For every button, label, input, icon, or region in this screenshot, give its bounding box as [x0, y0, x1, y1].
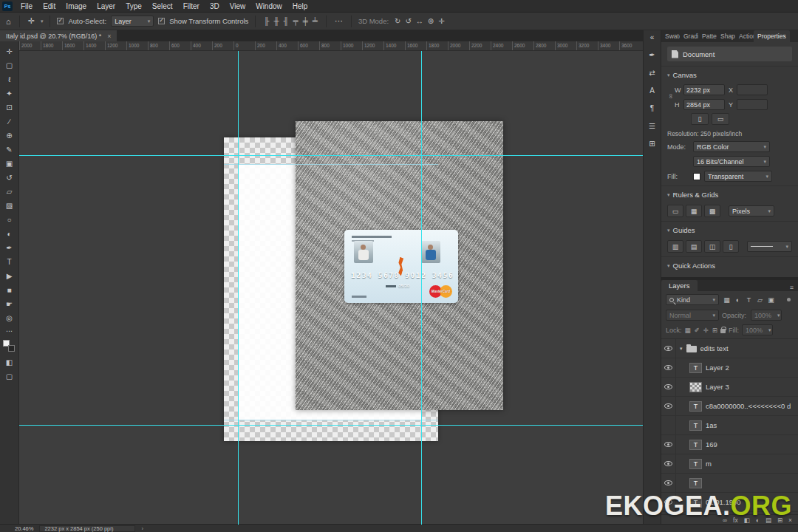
screen-mode-icon[interactable]: ▢ — [1, 369, 18, 383]
align-top-icon[interactable]: ╤ — [292, 17, 300, 25]
more-options-icon[interactable]: ⋯ — [333, 16, 344, 26]
libraries-panel-icon[interactable]: ⊞ — [649, 140, 655, 148]
visibility-cell[interactable] — [661, 378, 676, 396]
layer-row[interactable]: c8a0000000..<<<<<<<<0 d — [661, 397, 798, 416]
visibility-cell[interactable] — [661, 435, 676, 454]
marquee-tool[interactable]: ▢ — [1, 58, 18, 72]
auto-select-checkbox[interactable] — [57, 18, 64, 24]
visibility-cell[interactable] — [661, 416, 676, 434]
spot-healing-tool[interactable]: ⊕ — [1, 129, 18, 143]
color-mode-dropdown[interactable]: RGB Color — [693, 141, 770, 152]
glyphs-panel-icon[interactable]: ☰ — [649, 122, 655, 130]
panel-tab[interactable]: Shapes — [717, 30, 735, 42]
layer-row[interactable]: Layer 2 — [661, 358, 798, 378]
eye-icon[interactable] — [664, 403, 672, 409]
layer-thumbnail[interactable] — [689, 420, 702, 431]
menu-item[interactable]: View — [225, 0, 251, 13]
align-bottom-icon[interactable]: ╧ — [311, 17, 319, 25]
panel-tab[interactable]: Patterns — [698, 30, 717, 42]
eye-icon[interactable] — [664, 442, 672, 447]
layer-name[interactable]: c8a0000000..<<<<<<<<0 d — [706, 402, 791, 410]
menu-item[interactable]: 3D — [205, 0, 225, 13]
type-tool[interactable]: T — [1, 255, 18, 269]
document-tab[interactable]: Italy id.psd @ 20.7% (RGB/16) * × — [0, 30, 117, 41]
layer-thumbnail[interactable] — [689, 382, 702, 392]
x-field[interactable] — [737, 84, 768, 95]
clone-stamp-tool[interactable]: ▣ — [1, 157, 18, 171]
top-ruler[interactable]: 2000180016001400120010008006004002000200… — [19, 41, 643, 51]
roll-3d-icon[interactable]: ↺ — [403, 17, 412, 25]
layer-name[interactable]: 1as — [706, 421, 717, 429]
layer-name[interactable]: 169 — [706, 440, 717, 449]
panel-tab[interactable]: Swatches — [661, 30, 680, 42]
background-color-swatch[interactable] — [8, 345, 15, 352]
menu-item[interactable]: Window — [250, 0, 287, 13]
grid-icon[interactable]: ▦ — [686, 205, 702, 217]
home-icon[interactable]: ⌂ — [4, 17, 13, 26]
gradient-tool[interactable]: ▨ — [1, 199, 18, 213]
blur-tool[interactable]: ○ — [1, 213, 18, 227]
scale-3d-icon[interactable]: ✛ — [437, 17, 446, 25]
canvas-section-header[interactable]: Canvas — [661, 66, 798, 81]
menu-item[interactable]: Filter — [178, 0, 205, 13]
layer-thumbnail[interactable] — [689, 363, 702, 373]
landscape-orientation-icon[interactable]: ▭ — [712, 113, 729, 125]
visibility-cell[interactable] — [661, 397, 676, 415]
brush-tool[interactable]: ✎ — [1, 143, 18, 157]
orbit-3d-icon[interactable]: ↻ — [393, 17, 402, 25]
inner-guide-bottom[interactable] — [224, 420, 438, 420]
eye-icon[interactable] — [664, 384, 672, 389]
menu-item[interactable]: Help — [287, 0, 313, 13]
vertical-guide[interactable] — [238, 51, 239, 525]
brush-settings-panel-icon[interactable]: ✒ — [649, 51, 655, 59]
filter-adjustment-layers-icon[interactable]: ◐ — [732, 294, 743, 305]
expand-collapse-icon[interactable] — [680, 346, 683, 352]
guides-section-header[interactable]: Guides — [661, 221, 798, 236]
status-menu-arrow-icon[interactable]: › — [141, 525, 143, 532]
close-tab-icon[interactable]: × — [107, 33, 111, 40]
pen-tool[interactable]: ✒ — [1, 241, 18, 255]
align-center-h-icon[interactable]: ╫ — [272, 17, 280, 25]
opacity-field[interactable]: 100% — [751, 310, 782, 321]
move-tool[interactable]: ✛ — [1, 44, 18, 58]
collapse-panels-icon[interactable]: « — [650, 33, 655, 41]
eyedropper-tool[interactable]: ∕ — [1, 115, 18, 129]
fill-dropdown[interactable]: Transparent — [704, 171, 772, 182]
path-selection-tool[interactable]: ▶ — [1, 269, 18, 283]
link-dimensions-icon[interactable]: ∞ — [667, 94, 675, 101]
inner-guide-top[interactable] — [224, 164, 438, 165]
vertical-guide[interactable] — [421, 51, 422, 525]
visibility-cell[interactable] — [661, 358, 676, 377]
lasso-tool[interactable]: ℓ — [1, 72, 18, 86]
lock-position-icon[interactable]: ✛ — [703, 327, 709, 334]
layer-row[interactable]: m — [661, 454, 798, 474]
layer-thumbnail[interactable] — [689, 459, 702, 469]
menu-item[interactable]: Layer — [92, 0, 120, 13]
kind-filter-dropdown[interactable]: Kind — [666, 294, 719, 305]
width-field[interactable]: 2232 px — [683, 84, 725, 95]
document-properties-row[interactable]: Document — [667, 47, 792, 61]
layer-thumbnail[interactable] — [689, 440, 702, 450]
slide-3d-icon[interactable]: ⊕ — [426, 17, 435, 25]
lock-guides-icon[interactable]: ▯ — [723, 240, 739, 253]
dodge-tool[interactable]: ◐ — [1, 227, 18, 241]
eye-icon[interactable] — [664, 346, 672, 351]
tab-layers[interactable]: Layers — [661, 280, 698, 291]
rulers-icon[interactable]: ▭ — [667, 205, 683, 217]
eraser-tool[interactable]: ▱ — [1, 185, 18, 199]
fill-field[interactable]: 100% — [742, 324, 773, 335]
eye-icon[interactable] — [664, 365, 672, 370]
menu-item[interactable]: Type — [120, 0, 147, 13]
menu-item[interactable]: Image — [61, 0, 92, 13]
filter-toggle-icon[interactable] — [787, 298, 791, 301]
blend-mode-dropdown[interactable]: Normal — [666, 310, 719, 321]
horizontal-guide[interactable] — [19, 425, 643, 426]
menu-item[interactable]: File — [16, 0, 38, 13]
menu-item[interactable]: Edit — [38, 0, 61, 13]
units-dropdown[interactable]: Pixels — [729, 205, 774, 216]
menu-item[interactable]: Select — [147, 0, 178, 13]
filter-smart-objects-icon[interactable]: ▣ — [765, 294, 777, 305]
height-field[interactable]: 2854 px — [683, 99, 725, 110]
panel-tab[interactable]: Gradients — [680, 30, 698, 42]
align-right-icon[interactable]: ╢ — [282, 17, 290, 25]
